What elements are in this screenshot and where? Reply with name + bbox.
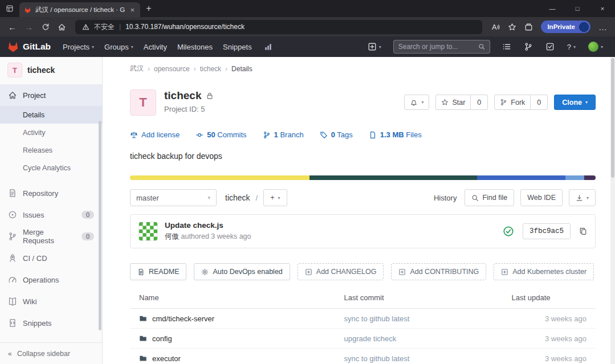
todos-button[interactable] bbox=[540, 36, 560, 57]
window-minimize-button[interactable]: — bbox=[540, 0, 565, 17]
breadcrumb-subgroup[interactable]: opensource bbox=[154, 65, 190, 73]
branch-selector[interactable]: master ▾ bbox=[130, 189, 217, 206]
sidebar-item-issues[interactable]: Issues 0 bbox=[0, 204, 102, 226]
notifications-button[interactable]: ▾ bbox=[404, 95, 429, 110]
user-menu-button[interactable]: ▾ bbox=[583, 36, 608, 57]
read-aloud-button[interactable] bbox=[488, 19, 503, 34]
language-segment bbox=[565, 175, 584, 180]
todo-check-icon bbox=[545, 42, 555, 51]
fork-button[interactable]: Fork bbox=[494, 95, 531, 110]
history-button[interactable]: History bbox=[432, 194, 458, 202]
commit-author-link[interactable]: 何傲 bbox=[165, 232, 179, 240]
add-changelog-button[interactable]: Add CHANGELOG bbox=[298, 263, 384, 280]
clone-button[interactable]: Clone ▾ bbox=[554, 95, 596, 110]
global-search-box[interactable] bbox=[393, 40, 490, 54]
collections-button[interactable] bbox=[521, 19, 536, 34]
column-header-last-commit: Last commit bbox=[335, 288, 502, 309]
settings-more-button[interactable]: … bbox=[595, 19, 610, 34]
address-bar[interactable]: 不安全 | 10.3.70.187/wuhan/opensource/tiche… bbox=[75, 20, 482, 34]
repo-root-link[interactable]: ticheck bbox=[225, 193, 250, 202]
browser-home-button[interactable] bbox=[54, 19, 70, 34]
file-name-link[interactable]: cmd/ticheck-server bbox=[152, 314, 214, 323]
star-count[interactable]: 0 bbox=[471, 95, 488, 110]
file-name-link[interactable]: executor bbox=[152, 354, 181, 363]
file-row[interactable]: cmd/ticheck-server sync to github latest… bbox=[130, 309, 596, 329]
back-button[interactable]: ← bbox=[5, 19, 20, 34]
project-description: ticheck backup for devops bbox=[130, 152, 596, 161]
tab-actions-button[interactable] bbox=[0, 5, 19, 13]
sidebar-scrollbar[interactable] bbox=[99, 121, 101, 330]
scrollbar-thumb[interactable] bbox=[611, 58, 614, 178]
user-avatar bbox=[588, 42, 598, 52]
forward-button[interactable]: → bbox=[21, 19, 36, 34]
issues-dashboard-button[interactable] bbox=[497, 36, 516, 57]
file-name-link[interactable]: config bbox=[152, 334, 172, 343]
book-icon bbox=[8, 297, 17, 306]
gitlab-logo[interactable] bbox=[7, 40, 19, 53]
copy-sha-button[interactable] bbox=[579, 227, 587, 235]
sidebar-item-snippets[interactable]: Snippets bbox=[0, 312, 102, 334]
fork-count[interactable]: 0 bbox=[531, 95, 548, 110]
commit-message-link[interactable]: upgrade ticheck bbox=[344, 334, 396, 343]
sidebar-item-wiki[interactable]: Wiki bbox=[0, 291, 102, 312]
nav-groups[interactable]: Groups▾ bbox=[99, 36, 139, 57]
page-scrollbar[interactable] bbox=[610, 57, 615, 364]
new-tab-button[interactable]: + bbox=[140, 3, 157, 14]
sidebar-item-merge-requests[interactable]: Merge Requests 0 bbox=[0, 226, 102, 247]
commit-message-link[interactable]: sync to github latest bbox=[344, 354, 409, 363]
add-kubernetes-button[interactable]: Add Kubernetes cluster bbox=[494, 263, 594, 280]
favorites-button[interactable] bbox=[504, 19, 520, 34]
sidebar-project-header[interactable]: T ticheck bbox=[0, 57, 102, 83]
window-maximize-button[interactable]: □ bbox=[565, 0, 590, 17]
readme-button[interactable]: README bbox=[130, 263, 186, 280]
branches-link[interactable]: 1 Branch bbox=[263, 130, 304, 139]
nav-activity[interactable]: Activity bbox=[139, 36, 172, 57]
sidebar-item-repository[interactable]: Repository bbox=[0, 182, 102, 204]
commit-title-link[interactable]: Update check.js bbox=[165, 221, 223, 230]
sidebar-item-cicd[interactable]: CI / CD bbox=[0, 247, 102, 269]
find-file-button[interactable]: Find file bbox=[465, 189, 514, 206]
browser-window: 武汉 / opensource / ticheck · Gi × + — □ ×… bbox=[0, 0, 615, 364]
new-menu-button[interactable]: ▾ bbox=[363, 36, 386, 57]
file-row[interactable]: config upgrade ticheck 3 weeks ago bbox=[130, 329, 596, 349]
language-bar[interactable] bbox=[130, 175, 596, 180]
gitlab-brand[interactable]: GitLab bbox=[23, 42, 51, 52]
add-contributing-button[interactable]: Add CONTRIBUTING bbox=[391, 263, 486, 280]
add-file-button[interactable]: + ▾ bbox=[263, 189, 287, 206]
inprivate-badge[interactable]: InPrivate bbox=[541, 21, 590, 33]
window-controls: — □ × bbox=[540, 0, 615, 17]
auto-devops-button[interactable]: Auto DevOps enabled bbox=[194, 263, 290, 280]
window-close-button[interactable]: × bbox=[590, 0, 615, 17]
tab-close-icon[interactable]: × bbox=[129, 6, 136, 14]
breadcrumb-group[interactable]: 武汉 bbox=[130, 64, 144, 73]
help-menu-button[interactable]: ?▾ bbox=[562, 36, 581, 57]
browser-tab[interactable]: 武汉 / opensource / ticheck · Gi × bbox=[19, 2, 140, 17]
sidebar-item-cycle-analytics[interactable]: Cycle Analytics bbox=[0, 159, 102, 177]
commit-message-link[interactable]: sync to github latest bbox=[344, 314, 409, 323]
sidebar-item-operations[interactable]: Operations bbox=[0, 269, 102, 291]
commits-link[interactable]: 50 Commits bbox=[196, 130, 246, 139]
pipeline-status-icon[interactable] bbox=[503, 226, 514, 237]
nav-projects[interactable]: Projects▾ bbox=[58, 36, 99, 57]
project-avatar: T bbox=[130, 89, 156, 116]
files-link[interactable]: 1.3 MB Files bbox=[369, 130, 422, 139]
nav-milestones[interactable]: Milestones bbox=[172, 36, 218, 57]
star-button[interactable]: Star bbox=[435, 95, 471, 110]
collapse-sidebar-button[interactable]: « Collapse sidebar bbox=[0, 342, 102, 364]
add-license-link[interactable]: Add license bbox=[130, 130, 180, 139]
merge-requests-dashboard-button[interactable] bbox=[519, 36, 538, 57]
sidebar-item-details[interactable]: Details bbox=[0, 106, 102, 124]
file-row[interactable]: executor sync to github latest 3 weeks a… bbox=[130, 349, 596, 364]
sidebar-nav: Project Details Activity Releases Cycle … bbox=[0, 83, 102, 342]
nav-snippets[interactable]: Snippets bbox=[218, 36, 257, 57]
nav-charts-button[interactable] bbox=[259, 36, 277, 57]
sidebar-item-releases[interactable]: Releases bbox=[0, 141, 102, 159]
global-search-input[interactable] bbox=[398, 43, 478, 51]
breadcrumb-project[interactable]: ticheck bbox=[200, 65, 221, 73]
sidebar-item-activity[interactable]: Activity bbox=[0, 124, 102, 141]
sidebar-item-project[interactable]: Project bbox=[0, 84, 102, 106]
refresh-button[interactable] bbox=[38, 19, 53, 34]
download-source-button[interactable]: ▾ bbox=[569, 189, 596, 206]
web-ide-button[interactable]: Web IDE bbox=[520, 189, 563, 206]
tags-link[interactable]: 0 Tags bbox=[320, 130, 353, 139]
